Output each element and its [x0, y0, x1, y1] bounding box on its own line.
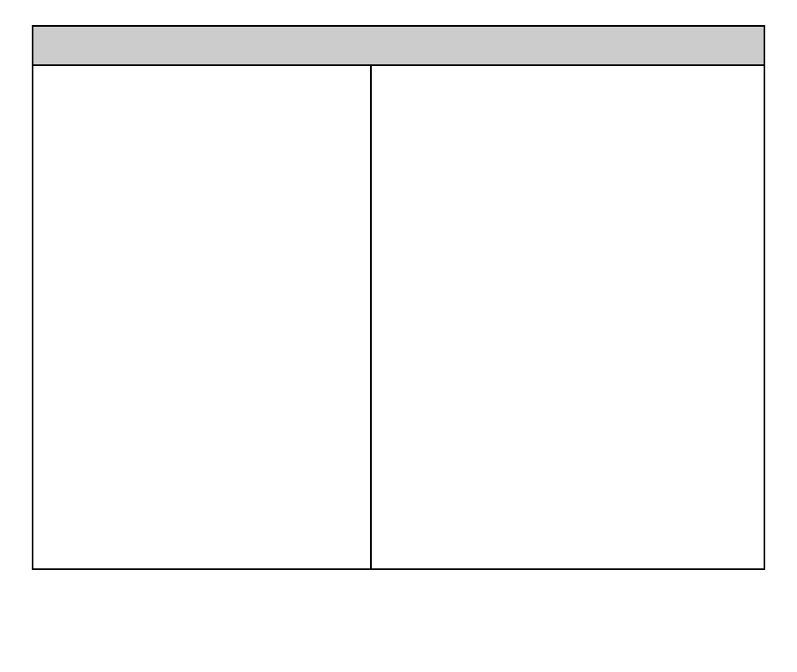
table-right-cell — [372, 66, 764, 568]
table-header-row — [33, 27, 764, 66]
table-left-cell — [33, 66, 372, 568]
table-body-row — [33, 66, 764, 568]
table-container — [32, 25, 765, 570]
